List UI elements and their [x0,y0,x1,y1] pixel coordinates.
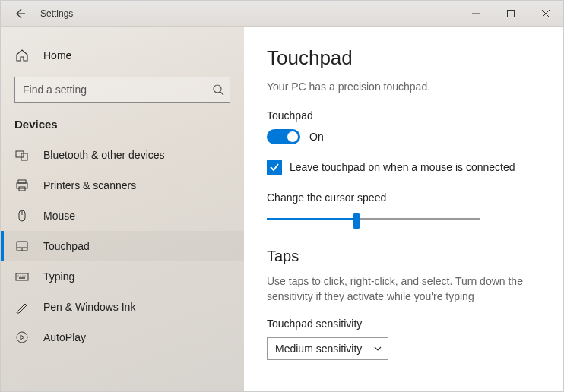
svg-point-18 [24,275,25,276]
checkmark-icon [269,162,280,172]
slider-track-empty [358,218,480,220]
pen-icon [14,299,30,315]
sensitivity-value: Medium sensitivity [275,343,362,355]
svg-point-15 [17,275,18,276]
toggle-knob [287,131,298,142]
precision-msg: Your PC has a precision touchpad. [267,81,540,93]
sidebar-item-bluetooth[interactable]: Bluetooth & other devices [1,140,244,170]
svg-point-20 [17,332,27,343]
sidebar-item-pen[interactable]: Pen & Windows Ink [1,292,244,322]
taps-title: Taps [267,248,540,265]
chevron-down-icon [373,344,382,353]
sensitivity-select[interactable]: Medium sensitivity [267,337,388,360]
maximize-button[interactable] [493,1,528,27]
sidebar-item-mouse[interactable]: Mouse [1,201,244,231]
sidebar-item-label: AutoPlay [43,331,86,343]
sidebar-item-label: Mouse [43,210,75,222]
devices-icon [14,147,30,163]
category-header: Devices [1,113,244,140]
leave-touchpad-on-checkbox[interactable] [267,160,282,175]
autoplay-icon [14,330,30,345]
sidebar-item-label: Pen & Windows Ink [43,301,135,313]
page-title: Touchpad [267,46,540,70]
search-box[interactable] [14,77,230,103]
leave-touchpad-on-label: Leave touchpad on when a mouse is connec… [290,161,515,173]
sidebar-item-label: Typing [43,270,74,283]
touchpad-toggle[interactable] [267,129,300,144]
svg-rect-4 [16,151,24,157]
sidebar-item-printers[interactable]: Printers & scanners [1,170,244,201]
sidebar-item-autoplay[interactable]: AutoPlay [1,322,244,352]
back-button[interactable] [13,7,27,21]
main-content: Touchpad Your PC has a precision touchpa… [244,27,563,391]
minimize-icon [472,10,480,17]
close-button[interactable] [528,1,563,27]
cursor-speed-slider[interactable] [267,211,480,226]
home-icon [14,48,30,63]
sidebar: Home Devices Bluetooth & other devices [1,27,244,391]
search-icon [212,84,224,96]
toggle-state: On [309,131,324,143]
app-title: Settings [40,8,73,19]
touchpad-icon [14,239,30,254]
printer-icon [14,178,30,193]
touchpad-label: Touchpad [267,109,540,122]
svg-point-16 [20,275,21,276]
arrow-left-icon [14,8,26,20]
minimize-button[interactable] [458,1,493,27]
mouse-icon [14,208,30,223]
search-input[interactable] [14,77,230,103]
sidebar-item-touchpad[interactable]: Touchpad [1,231,244,261]
close-icon [542,10,550,17]
sidebar-item-typing[interactable]: Typing [1,261,244,292]
taps-desc: Use taps to click, right-click, and sele… [267,274,540,304]
slider-track-filled [267,218,358,220]
svg-rect-14 [16,273,28,280]
sidebar-item-label: Bluetooth & other devices [43,149,165,161]
slider-thumb [353,213,360,229]
titlebar: Settings [1,1,563,27]
sidebar-home-label: Home [43,49,71,62]
svg-point-17 [22,275,23,276]
maximize-icon [507,10,515,17]
svg-point-2 [214,85,221,93]
svg-rect-7 [17,183,27,188]
sidebar-item-label: Printers & scanners [43,179,136,191]
sidebar-home[interactable]: Home [1,40,244,71]
sensitivity-label: Touchpad sensitivity [267,318,540,330]
svg-rect-1 [508,10,515,17]
svg-line-3 [220,92,223,95]
sidebar-item-label: Touchpad [43,240,90,252]
keyboard-icon [14,269,30,284]
svg-rect-6 [18,180,26,183]
cursor-speed-label: Change the cursor speed [267,191,540,204]
